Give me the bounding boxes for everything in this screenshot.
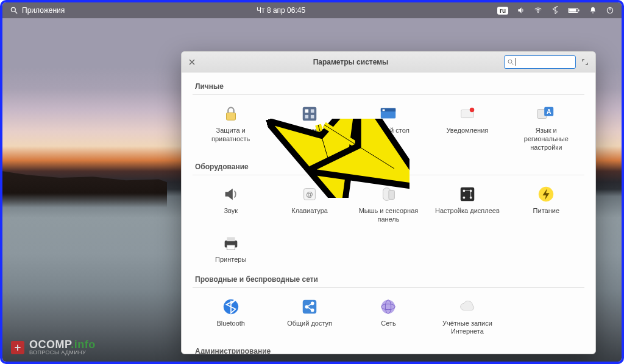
svg-rect-29 — [461, 187, 475, 201]
window-title: Параметры системы — [197, 58, 504, 66]
text-caret — [516, 58, 516, 66]
notifications-icon[interactable] — [589, 6, 597, 15]
cloud-icon — [458, 298, 477, 316]
watermark-suffix: .info — [71, 338, 96, 351]
item-bluetooth[interactable]: Bluetooth — [193, 294, 269, 340]
svg-point-9 — [508, 60, 512, 63]
item-power[interactable]: Питание — [508, 181, 584, 228]
lock-icon — [222, 105, 240, 123]
svg-line-1 — [15, 12, 18, 14]
item-notifications[interactable]: Уведомления — [429, 101, 505, 155]
speaker-icon — [222, 185, 240, 203]
keyboard-key-icon: @ — [300, 185, 319, 203]
svg-rect-11 — [226, 113, 235, 120]
svg-point-21 — [470, 108, 475, 113]
watermark-brand: OCOMP — [29, 338, 71, 351]
network-globe-icon — [379, 298, 397, 316]
section-admin-title: Администрирование — [193, 340, 584, 354]
wifi-icon[interactable] — [534, 6, 542, 15]
locale-icon: A — [536, 105, 556, 123]
applications-menu[interactable]: Приложения — [10, 6, 65, 15]
search-icon — [507, 58, 514, 66]
svg-point-0 — [11, 7, 15, 12]
section-personal-title: Личные — [193, 75, 584, 94]
close-icon — [189, 59, 195, 65]
share-icon — [300, 298, 319, 316]
section-network-title: Проводные и беспроводные сети — [193, 268, 584, 287]
power-icon[interactable] — [606, 6, 614, 15]
clock[interactable]: Чт 8 апр 06:45 — [257, 6, 305, 15]
display-arrange-icon — [458, 185, 477, 203]
svg-rect-19 — [383, 110, 385, 111]
item-sharing[interactable]: Общий доступ — [271, 294, 347, 340]
applications-label: Приложения — [22, 6, 65, 15]
item-mouse-touchpad[interactable]: Мышь и сенсорная панель — [350, 181, 427, 228]
desktop-icon — [379, 105, 397, 123]
item-sound[interactable]: Звук — [193, 181, 269, 228]
mouse-icon — [379, 185, 397, 203]
settings-content: Личные Защита и приватность Приложения Р… — [182, 72, 595, 354]
top-panel: Приложения Чт 8 апр 06:45 ru — [2, 2, 622, 18]
printer-icon — [222, 234, 240, 252]
item-printers[interactable]: Принтеры — [193, 230, 269, 268]
svg-point-41 — [311, 301, 314, 305]
apps-icon — [300, 105, 319, 123]
notification-toast-icon — [458, 105, 477, 123]
watermark-tagline: ВОПРОСЫ АДМИНУ — [29, 350, 96, 355]
item-security-privacy[interactable]: Защита и приватность — [193, 101, 269, 155]
item-network[interactable]: Сеть — [350, 294, 427, 340]
watermark-plus-icon: + — [11, 341, 24, 354]
bluetooth-icon[interactable] — [551, 6, 559, 15]
section-hardware-title: Оборудование — [193, 155, 584, 175]
svg-rect-28 — [389, 191, 394, 200]
watermark: + OCOMP.info ВОПРОСЫ АДМИНУ — [11, 339, 96, 355]
settings-search[interactable] — [504, 55, 576, 69]
item-online-accounts[interactable]: Учётные записи Интернета — [429, 294, 505, 340]
svg-rect-36 — [227, 237, 235, 241]
svg-point-43 — [381, 299, 395, 313]
item-keyboard[interactable]: @ Клавиатура — [271, 181, 347, 228]
search-icon — [10, 6, 18, 15]
svg-text:@: @ — [306, 191, 313, 198]
item-displays[interactable]: Настройка дисплеев — [429, 181, 505, 228]
keyboard-layout-indicator[interactable]: ru — [497, 7, 508, 15]
volume-icon[interactable] — [517, 6, 525, 15]
svg-rect-12 — [303, 107, 317, 121]
item-desktop[interactable]: Рабочий стол — [350, 101, 427, 155]
battery-icon[interactable] — [568, 6, 580, 15]
svg-rect-4 — [578, 10, 579, 12]
svg-rect-37 — [227, 245, 235, 250]
svg-point-40 — [305, 305, 309, 309]
svg-point-32 — [463, 197, 465, 199]
svg-line-10 — [512, 63, 514, 65]
svg-rect-39 — [303, 299, 317, 313]
item-applications[interactable]: Приложения — [271, 101, 347, 155]
svg-point-2 — [537, 12, 539, 13]
system-settings-window: Параметры системы Личные Защита и приват… — [181, 51, 596, 354]
svg-rect-16 — [311, 115, 314, 119]
svg-text:A: A — [547, 108, 551, 115]
window-maximize-button[interactable] — [580, 57, 590, 68]
svg-rect-13 — [305, 110, 309, 113]
window-titlebar: Параметры системы — [182, 52, 595, 72]
svg-rect-5 — [569, 9, 576, 12]
svg-rect-14 — [311, 110, 314, 113]
maximize-icon — [582, 59, 588, 65]
item-language-region[interactable]: A Язык и региональные настройки — [508, 101, 584, 155]
bluetooth-round-icon — [222, 298, 240, 316]
svg-point-42 — [311, 308, 314, 312]
power-bolt-icon — [537, 185, 555, 203]
svg-rect-15 — [305, 115, 309, 119]
window-close-button[interactable] — [186, 57, 197, 68]
svg-point-6 — [592, 12, 594, 13]
